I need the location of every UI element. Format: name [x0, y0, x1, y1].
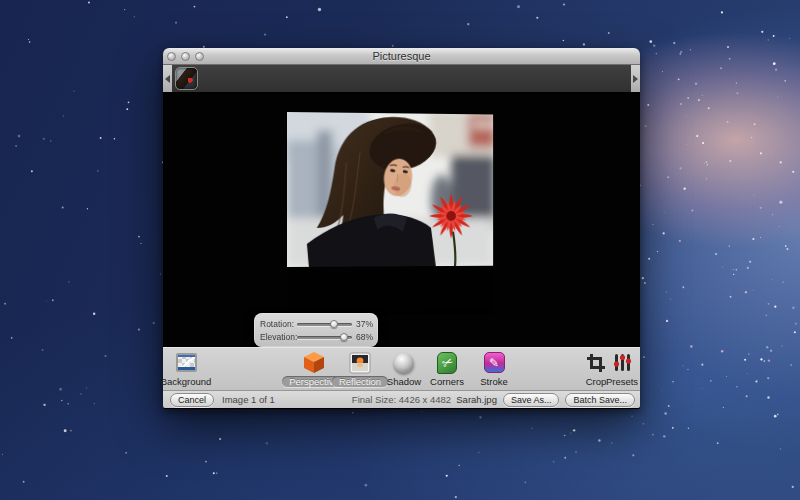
tool-label: Presets: [606, 376, 638, 387]
tool-label: Stroke: [480, 376, 507, 387]
elevation-slider-knob[interactable]: [340, 333, 348, 341]
rotation-label: Rotation:: [260, 319, 297, 329]
background-icon: [176, 353, 197, 372]
desktop-wallpaper: Picturesque: [0, 0, 800, 500]
titlebar[interactable]: Picturesque: [163, 48, 640, 65]
elevation-label: Elevation:: [260, 332, 297, 342]
elevation-slider-row: Elevation: 68%: [260, 330, 372, 343]
elevation-value: 68%: [352, 332, 372, 342]
elevation-slider[interactable]: [297, 333, 352, 341]
tool-presets[interactable]: Presets: [602, 350, 642, 387]
filmstrip: [163, 65, 640, 93]
shadow-sphere-icon: [394, 353, 414, 373]
filmstrip-track: [172, 65, 631, 92]
tool-label: Background: [161, 376, 212, 387]
tool-label: Corners: [430, 376, 464, 387]
tool-stroke[interactable]: ✎ Stroke: [466, 350, 522, 387]
photo-image: [287, 112, 493, 267]
right-arrow-icon: [633, 75, 638, 83]
tool-label: Shadow: [387, 376, 421, 387]
presets-sliders-icon: [612, 352, 632, 373]
corners-scissors-icon: ✂: [437, 352, 457, 374]
rotation-slider-track[interactable]: [297, 323, 352, 326]
scroll-right-button[interactable]: [631, 65, 640, 92]
rotation-slider-knob[interactable]: [330, 320, 338, 328]
editor-canvas: Rotation: 37% Elevation: 68%: [163, 93, 640, 347]
rotation-value: 37%: [352, 319, 372, 329]
photo-reflection: [287, 266, 493, 316]
statusbar: Cancel Image 1 of 1 Final Size: 4426 x 4…: [163, 390, 640, 408]
window-title: Picturesque: [163, 50, 640, 62]
effects-toolbar: Background Perspective: [163, 347, 640, 390]
reflection-icon: [349, 352, 371, 374]
picturesque-window: Picturesque: [163, 48, 640, 409]
photo-preview[interactable]: [287, 112, 493, 316]
scroll-left-button[interactable]: [163, 65, 172, 92]
stroke-pen-icon: ✎: [484, 352, 505, 373]
perspective-hud: Rotation: 37% Elevation: 68%: [254, 313, 378, 347]
rotation-slider[interactable]: [297, 320, 352, 328]
perspective-cube-icon: [303, 351, 325, 374]
final-size: Final Size: 4426 x 4482: [163, 394, 640, 405]
tool-background[interactable]: Background: [163, 350, 209, 387]
rotation-slider-row: Rotation: 37%: [260, 317, 372, 330]
left-arrow-icon: [165, 75, 170, 83]
image-thumbnail[interactable]: [175, 67, 198, 90]
